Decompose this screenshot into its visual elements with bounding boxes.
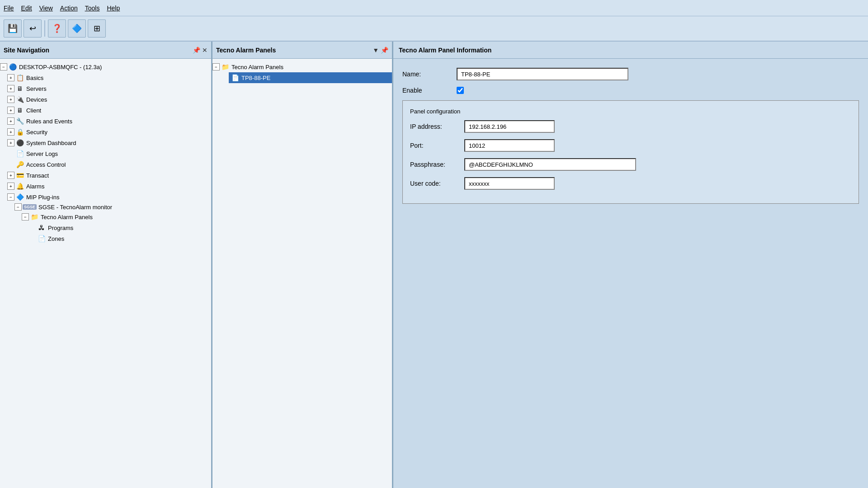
devices-icon: 🔌	[15, 95, 24, 104]
sgse-label: SGSE - TecnoAlarm monitor	[38, 204, 112, 211]
transact-label: Transact	[26, 172, 49, 179]
tree-item-rules[interactable]: + 🔧 Rules and Events	[0, 116, 211, 127]
security-icon: 🔒	[15, 127, 24, 136]
port-input[interactable]	[464, 139, 555, 152]
passphrase-row: Passphrase:	[410, 158, 851, 171]
ip-input[interactable]	[464, 120, 555, 133]
zones-label: Zones	[48, 235, 64, 242]
port-row: Port:	[410, 139, 851, 152]
save-button[interactable]: 💾	[4, 19, 22, 38]
menu-edit[interactable]: Edit	[21, 5, 32, 12]
pin-icon[interactable]: 📌	[193, 47, 200, 54]
usercode-label: User code:	[410, 180, 464, 187]
tree-item-mip[interactable]: − 🔷 MIP Plug-ins	[0, 192, 211, 202]
middle-tree-item-tp8[interactable]: 📄 TP8-88-PE	[229, 72, 392, 83]
accesscontrol-icon: 🔑	[15, 160, 24, 169]
tree-root[interactable]: − 🔵 DESKTOP-ASBMQFC - (12.3a)	[0, 61, 211, 72]
rules-label: Rules and Events	[26, 118, 72, 125]
panel-config-group: Panel configuration IP address: Port: Pa…	[402, 100, 859, 204]
programs-icon: 🖧	[37, 223, 46, 232]
basics-label: Basics	[26, 75, 43, 81]
passphrase-input[interactable]	[464, 158, 636, 171]
main-layout: Site Navigation 📌 ✕ − 🔵 DESKTOP-ASBMQFC …	[0, 42, 868, 488]
site-navigation-header: Site Navigation 📌 ✕	[0, 42, 211, 59]
middle-root-expander[interactable]: −	[212, 63, 220, 70]
enable-label: Enable	[402, 87, 457, 94]
tree-item-alarms[interactable]: + 🔔 Alarms	[0, 181, 211, 192]
rules-icon: 🔧	[15, 117, 24, 126]
menu-file[interactable]: File	[4, 5, 14, 12]
ip-label: IP address:	[410, 123, 464, 130]
root-expander[interactable]: −	[0, 63, 7, 70]
enable-checkbox[interactable]	[457, 87, 464, 94]
menu-view[interactable]: View	[39, 5, 53, 12]
tree-item-tecno-panels[interactable]: − 📁 Tecno Alarm Panels	[0, 211, 211, 222]
tecno-alarm-panels-panel: Tecno Alarm Panels ▼ 📌 − 📁 Tecno Alarm P…	[212, 42, 393, 488]
client-icon: 🖥	[15, 106, 24, 115]
client-label: Client	[26, 107, 41, 114]
tecno-panels-label: Tecno Alarm Panels	[41, 214, 93, 221]
servers-expander[interactable]: +	[7, 85, 14, 92]
name-input[interactable]	[457, 68, 628, 80]
site-navigation-tree: − 🔵 DESKTOP-ASBMQFC - (12.3a) + 📋 Basics…	[0, 59, 211, 488]
accesscontrol-label: Access Control	[26, 161, 66, 168]
transact-expander[interactable]: +	[7, 172, 14, 179]
tp8-label: TP8-88-PE	[241, 75, 270, 81]
site-navigation-title: Site Navigation	[4, 47, 49, 54]
tecno-panels-icon: 📁	[30, 212, 39, 221]
tree-item-zones[interactable]: 📄 Zones	[0, 233, 211, 244]
passphrase-label: Passphrase:	[410, 161, 464, 168]
rules-expander[interactable]: +	[7, 117, 14, 125]
sgse-expander[interactable]: −	[14, 203, 22, 211]
tree-item-security[interactable]: + 🔒 Security	[0, 127, 211, 137]
tecno-panels-header: Tecno Alarm Panels ▼ 📌	[212, 42, 392, 59]
middle-dropdown-icon[interactable]: ▼	[373, 47, 379, 54]
sgse-badge: SGSE	[23, 204, 37, 210]
tree-item-serverlogs[interactable]: 📄 Server Logs	[0, 148, 211, 159]
devices-expander[interactable]: +	[7, 96, 14, 103]
middle-tree-root[interactable]: − 📁 Tecno Alarm Panels	[212, 61, 392, 72]
shield-button[interactable]: 🔷	[68, 19, 86, 38]
alarms-expander[interactable]: +	[7, 183, 14, 190]
tree-item-basics[interactable]: + 📋 Basics	[0, 72, 211, 83]
security-expander[interactable]: +	[7, 128, 14, 136]
tree-item-servers[interactable]: + 🖥 Servers	[0, 83, 211, 94]
zones-icon: 📄	[37, 234, 46, 243]
enable-row: Enable	[402, 87, 859, 94]
tree-item-client[interactable]: + 🖥 Client	[0, 105, 211, 116]
mip-icon: 🔷	[15, 192, 24, 202]
help-button[interactable]: ❓	[48, 19, 66, 38]
root-label: DESKTOP-ASBMQFC - (12.3a)	[19, 64, 102, 70]
middle-root-icon: 📁	[221, 62, 230, 71]
serverlogs-label: Server Logs	[26, 150, 58, 157]
tree-item-devices[interactable]: + 🔌 Devices	[0, 94, 211, 105]
tree-item-dashboard[interactable]: + ⚫ System Dashboard	[0, 137, 211, 148]
usercode-input[interactable]	[464, 177, 555, 190]
close-icon[interactable]: ✕	[202, 47, 208, 54]
ip-row: IP address:	[410, 120, 851, 133]
middle-pin-icon[interactable]: 📌	[381, 47, 388, 54]
name-row: Name:	[402, 68, 859, 80]
info-panel: Tecno Alarm Panel Information Name: Enab…	[393, 42, 868, 488]
binoculars-button[interactable]: ⊞	[88, 19, 106, 38]
header-icons: 📌 ✕	[193, 47, 208, 54]
menubar: File Edit View Action Tools Help	[0, 0, 868, 16]
menu-tools[interactable]: Tools	[85, 5, 100, 12]
enable-checkbox-wrapper	[457, 87, 464, 94]
tecno-panels-expander[interactable]: −	[22, 213, 29, 221]
mip-expander[interactable]: −	[7, 193, 14, 201]
client-expander[interactable]: +	[7, 107, 14, 114]
tree-item-accesscontrol[interactable]: 🔑 Access Control	[0, 159, 211, 170]
menu-action[interactable]: Action	[60, 5, 78, 12]
servers-icon: 🖥	[15, 84, 24, 93]
dashboard-expander[interactable]: +	[7, 139, 14, 146]
undo-button[interactable]: ↩	[24, 19, 42, 38]
tree-item-sgse[interactable]: − SGSE SGSE - TecnoAlarm monitor	[0, 202, 211, 211]
mip-label: MIP Plug-ins	[26, 194, 59, 201]
info-content: Name: Enable Panel configuration IP addr…	[393, 59, 868, 488]
programs-label: Programs	[48, 225, 73, 231]
basics-expander[interactable]: +	[7, 74, 14, 81]
tree-item-transact[interactable]: + 💳 Transact	[0, 170, 211, 181]
menu-help[interactable]: Help	[107, 5, 120, 12]
tree-item-programs[interactable]: 🖧 Programs	[0, 222, 211, 233]
